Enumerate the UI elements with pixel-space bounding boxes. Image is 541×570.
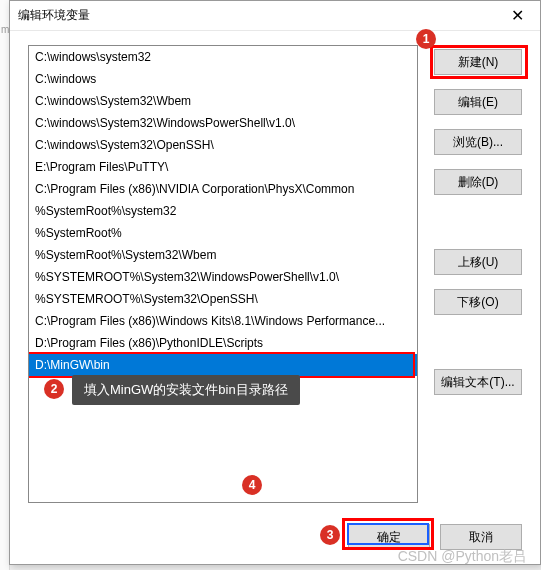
ok-button[interactable]: 确定 <box>348 524 430 550</box>
annotation-badge-2: 2 <box>44 379 64 399</box>
edit-button[interactable]: 编辑(E) <box>434 89 522 115</box>
list-item[interactable]: %SystemRoot%\System32\Wbem <box>29 244 417 266</box>
list-item[interactable]: %SYSTEMROOT%\System32\WindowsPowerShell\… <box>29 266 417 288</box>
edit-text-button[interactable]: 编辑文本(T)... <box>434 369 522 395</box>
close-icon[interactable]: ✕ <box>502 1 532 31</box>
move-down-button[interactable]: 下移(O) <box>434 289 522 315</box>
list-item[interactable]: C:\windows\System32\Wbem <box>29 90 417 112</box>
move-up-button[interactable]: 上移(U) <box>434 249 522 275</box>
delete-button[interactable]: 删除(D) <box>434 169 522 195</box>
annotation-badge-1: 1 <box>416 29 436 49</box>
edit-env-var-dialog: 编辑环境变量 ✕ C:\windows\system32 C:\windows … <box>9 0 541 565</box>
cancel-button[interactable]: 取消 <box>440 524 522 550</box>
list-item[interactable]: %SystemRoot%\system32 <box>29 200 417 222</box>
list-item[interactable]: C:\windows <box>29 68 417 90</box>
list-item[interactable]: C:\Program Files (x86)\NVIDIA Corporatio… <box>29 178 417 200</box>
dialog-footer: 确定 取消 <box>348 524 522 550</box>
new-button[interactable]: 新建(N) <box>434 49 522 75</box>
list-item[interactable]: E:\Program Files\PuTTY\ <box>29 156 417 178</box>
list-item[interactable]: %SystemRoot% <box>29 222 417 244</box>
list-item[interactable]: C:\Program Files (x86)\Windows Kits\8.1\… <box>29 310 417 332</box>
list-item[interactable]: C:\windows\system32 <box>29 46 417 68</box>
watermark: CSDN @Python老吕 <box>398 548 527 566</box>
dialog-title: 编辑环境变量 <box>18 7 502 24</box>
browse-button[interactable]: 浏览(B)... <box>434 129 522 155</box>
list-item[interactable]: C:\windows\System32\WindowsPowerShell\v1… <box>29 112 417 134</box>
path-listbox[interactable]: C:\windows\system32 C:\windows C:\window… <box>28 45 418 503</box>
annotation-badge-4: 4 <box>242 475 262 495</box>
annotation-tooltip: 填入MinGW的安装文件bin目录路径 <box>72 375 300 405</box>
annotation-badge-3: 3 <box>320 525 340 545</box>
list-item[interactable]: %SYSTEMROOT%\System32\OpenSSH\ <box>29 288 417 310</box>
side-buttons: 新建(N) 编辑(E) 浏览(B)... 删除(D) 上移(U) 下移(O) 编… <box>434 45 522 507</box>
list-item[interactable]: C:\windows\System32\OpenSSH\ <box>29 134 417 156</box>
list-item-selected[interactable]: D:\MinGW\bin <box>29 354 417 376</box>
titlebar: 编辑环境变量 ✕ <box>10 1 540 31</box>
list-item[interactable]: D:\Program Files (x86)\PythonIDLE\Script… <box>29 332 417 354</box>
